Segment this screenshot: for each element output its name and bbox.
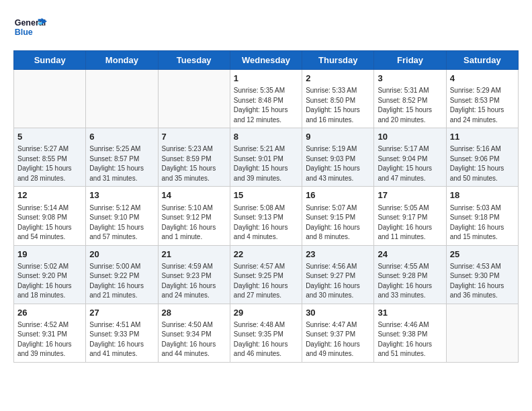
svg-text:Blue: Blue	[15, 28, 33, 37]
calendar-day-cell: 1Sunrise: 5:35 AM Sunset: 8:48 PM Daylig…	[230, 70, 302, 128]
calendar-day-cell: 30Sunrise: 4:47 AM Sunset: 9:37 PM Dayli…	[302, 304, 374, 362]
day-number: 19	[17, 248, 82, 261]
day-info: Sunrise: 5:16 AM Sunset: 9:06 PM Dayligh…	[450, 144, 515, 183]
calendar-day-cell: 14Sunrise: 5:10 AM Sunset: 9:12 PM Dayli…	[158, 187, 230, 245]
calendar-day-cell: 8Sunrise: 5:21 AM Sunset: 9:01 PM Daylig…	[230, 128, 302, 187]
empty-cell	[158, 70, 230, 128]
logo: General Blue	[13, 13, 47, 40]
day-info: Sunrise: 4:53 AM Sunset: 9:30 PM Dayligh…	[450, 262, 515, 301]
calendar-week-row: 26Sunrise: 4:52 AM Sunset: 9:31 PM Dayli…	[14, 304, 519, 362]
day-info: Sunrise: 5:33 AM Sunset: 8:50 PM Dayligh…	[306, 86, 370, 125]
day-info: Sunrise: 5:21 AM Sunset: 9:01 PM Dayligh…	[234, 144, 298, 183]
calendar-day-cell: 6Sunrise: 5:25 AM Sunset: 8:57 PM Daylig…	[86, 128, 158, 187]
calendar-day-cell: 13Sunrise: 5:12 AM Sunset: 9:10 PM Dayli…	[86, 187, 158, 245]
calendar-day-cell: 29Sunrise: 4:48 AM Sunset: 9:35 PM Dayli…	[230, 304, 302, 362]
calendar-day-cell: 12Sunrise: 5:14 AM Sunset: 9:08 PM Dayli…	[14, 187, 86, 245]
day-number: 20	[89, 248, 154, 261]
calendar-day-cell: 20Sunrise: 5:00 AM Sunset: 9:22 PM Dayli…	[86, 245, 158, 304]
day-number: 16	[306, 189, 370, 201]
day-number: 13	[89, 189, 154, 201]
col-header-thursday: Thursday	[302, 51, 374, 70]
empty-cell	[446, 304, 518, 362]
calendar-day-cell: 28Sunrise: 4:50 AM Sunset: 9:34 PM Dayli…	[158, 304, 230, 362]
day-info: Sunrise: 5:02 AM Sunset: 9:20 PM Dayligh…	[17, 262, 82, 301]
col-header-monday: Monday	[86, 51, 158, 70]
calendar-header-row: SundayMondayTuesdayWednesdayThursdayFrid…	[14, 51, 519, 70]
day-info: Sunrise: 4:59 AM Sunset: 9:23 PM Dayligh…	[162, 262, 226, 301]
day-number: 17	[378, 189, 442, 201]
day-info: Sunrise: 5:12 AM Sunset: 9:10 PM Dayligh…	[89, 203, 154, 242]
day-info: Sunrise: 5:14 AM Sunset: 9:08 PM Dayligh…	[17, 203, 82, 242]
day-info: Sunrise: 4:48 AM Sunset: 9:35 PM Dayligh…	[234, 320, 298, 359]
day-number: 9	[306, 131, 370, 143]
day-info: Sunrise: 5:00 AM Sunset: 9:22 PM Dayligh…	[89, 262, 154, 301]
day-number: 28	[162, 307, 226, 319]
day-info: Sunrise: 5:05 AM Sunset: 9:17 PM Dayligh…	[378, 203, 442, 242]
day-info: Sunrise: 5:25 AM Sunset: 8:57 PM Dayligh…	[89, 144, 154, 183]
day-info: Sunrise: 5:27 AM Sunset: 8:55 PM Dayligh…	[17, 144, 82, 183]
day-number: 5	[17, 131, 82, 143]
calendar-day-cell: 27Sunrise: 4:51 AM Sunset: 9:33 PM Dayli…	[86, 304, 158, 362]
calendar-day-cell: 24Sunrise: 4:55 AM Sunset: 9:28 PM Dayli…	[374, 245, 446, 304]
calendar-day-cell: 7Sunrise: 5:23 AM Sunset: 8:59 PM Daylig…	[158, 128, 230, 187]
day-number: 2	[306, 73, 370, 85]
calendar-day-cell: 9Sunrise: 5:19 AM Sunset: 9:03 PM Daylig…	[302, 128, 374, 187]
day-number: 4	[450, 73, 515, 85]
day-number: 1	[234, 73, 298, 85]
day-number: 6	[89, 131, 154, 143]
calendar-day-cell: 10Sunrise: 5:17 AM Sunset: 9:04 PM Dayli…	[374, 128, 446, 187]
day-number: 25	[450, 248, 515, 261]
day-info: Sunrise: 5:31 AM Sunset: 8:52 PM Dayligh…	[378, 86, 442, 125]
calendar-day-cell: 4Sunrise: 5:29 AM Sunset: 8:53 PM Daylig…	[446, 70, 518, 128]
calendar-day-cell: 11Sunrise: 5:16 AM Sunset: 9:06 PM Dayli…	[446, 128, 518, 187]
day-number: 10	[378, 131, 442, 143]
day-info: Sunrise: 5:23 AM Sunset: 8:59 PM Dayligh…	[162, 144, 226, 183]
empty-cell	[86, 70, 158, 128]
empty-cell	[14, 70, 86, 128]
day-number: 24	[378, 248, 442, 261]
calendar-day-cell: 19Sunrise: 5:02 AM Sunset: 9:20 PM Dayli…	[14, 245, 86, 304]
day-info: Sunrise: 5:29 AM Sunset: 8:53 PM Dayligh…	[450, 86, 515, 125]
svg-rect-3	[38, 19, 42, 21]
calendar-week-row: 5Sunrise: 5:27 AM Sunset: 8:55 PM Daylig…	[14, 128, 519, 187]
calendar-day-cell: 16Sunrise: 5:07 AM Sunset: 9:15 PM Dayli…	[302, 187, 374, 245]
col-header-sunday: Sunday	[14, 51, 86, 70]
day-info: Sunrise: 5:35 AM Sunset: 8:48 PM Dayligh…	[234, 86, 298, 125]
col-header-saturday: Saturday	[446, 51, 518, 70]
day-number: 30	[306, 307, 370, 319]
calendar-day-cell: 18Sunrise: 5:03 AM Sunset: 9:18 PM Dayli…	[446, 187, 518, 245]
calendar-day-cell: 17Sunrise: 5:05 AM Sunset: 9:17 PM Dayli…	[374, 187, 446, 245]
day-number: 14	[162, 189, 226, 201]
logo-icon: General Blue	[13, 13, 47, 40]
day-info: Sunrise: 5:19 AM Sunset: 9:03 PM Dayligh…	[306, 144, 370, 183]
day-number: 31	[378, 307, 442, 319]
day-info: Sunrise: 4:51 AM Sunset: 9:33 PM Dayligh…	[89, 320, 154, 359]
day-number: 7	[162, 131, 226, 143]
calendar-day-cell: 26Sunrise: 4:52 AM Sunset: 9:31 PM Dayli…	[14, 304, 86, 362]
calendar-table: SundayMondayTuesdayWednesdayThursdayFrid…	[13, 50, 519, 363]
calendar-day-cell: 15Sunrise: 5:08 AM Sunset: 9:13 PM Dayli…	[230, 187, 302, 245]
day-info: Sunrise: 4:52 AM Sunset: 9:31 PM Dayligh…	[17, 320, 82, 359]
day-info: Sunrise: 4:46 AM Sunset: 9:38 PM Dayligh…	[378, 320, 442, 359]
calendar-day-cell: 22Sunrise: 4:57 AM Sunset: 9:25 PM Dayli…	[230, 245, 302, 304]
day-info: Sunrise: 4:57 AM Sunset: 9:25 PM Dayligh…	[234, 262, 298, 301]
day-number: 21	[162, 248, 226, 261]
day-info: Sunrise: 5:08 AM Sunset: 9:13 PM Dayligh…	[234, 203, 298, 242]
day-number: 8	[234, 131, 298, 143]
calendar-day-cell: 3Sunrise: 5:31 AM Sunset: 8:52 PM Daylig…	[374, 70, 446, 128]
day-number: 22	[234, 248, 298, 261]
day-info: Sunrise: 5:03 AM Sunset: 9:18 PM Dayligh…	[450, 203, 515, 242]
day-info: Sunrise: 5:07 AM Sunset: 9:15 PM Dayligh…	[306, 203, 370, 242]
calendar-day-cell: 2Sunrise: 5:33 AM Sunset: 8:50 PM Daylig…	[302, 70, 374, 128]
calendar-day-cell: 21Sunrise: 4:59 AM Sunset: 9:23 PM Dayli…	[158, 245, 230, 304]
day-number: 3	[378, 73, 442, 85]
calendar-day-cell: 5Sunrise: 5:27 AM Sunset: 8:55 PM Daylig…	[14, 128, 86, 187]
day-number: 29	[234, 307, 298, 319]
calendar-week-row: 19Sunrise: 5:02 AM Sunset: 9:20 PM Dayli…	[14, 245, 519, 304]
day-number: 27	[89, 307, 154, 319]
calendar-day-cell: 25Sunrise: 4:53 AM Sunset: 9:30 PM Dayli…	[446, 245, 518, 304]
day-info: Sunrise: 5:17 AM Sunset: 9:04 PM Dayligh…	[378, 144, 442, 183]
calendar-day-cell: 23Sunrise: 4:56 AM Sunset: 9:27 PM Dayli…	[302, 245, 374, 304]
calendar-week-row: 12Sunrise: 5:14 AM Sunset: 9:08 PM Dayli…	[14, 187, 519, 245]
day-info: Sunrise: 5:10 AM Sunset: 9:12 PM Dayligh…	[162, 203, 226, 242]
